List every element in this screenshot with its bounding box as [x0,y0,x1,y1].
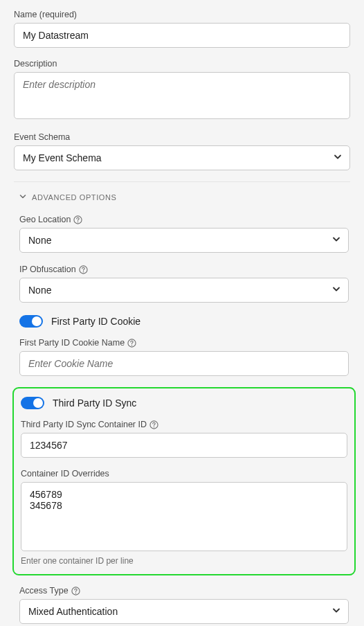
access-type-label: Access Type [19,586,69,596]
svg-point-1 [78,221,78,222]
ip-obfuscation-select[interactable]: None [19,278,349,303]
divider [14,181,350,182]
description-label: Description [14,59,350,69]
geo-location-label: Geo Location [19,215,71,224]
svg-point-9 [75,592,75,593]
chevron-down-icon [19,193,26,202]
help-icon[interactable] [127,339,136,348]
advanced-options-toggle[interactable]: ADVANCED OPTIONS [14,193,350,202]
svg-point-5 [131,344,132,345]
third-party-sync-toggle[interactable] [21,397,44,409]
event-schema-select[interactable]: My Event Schema [14,145,350,170]
container-overrides-label: Container ID Overrides [21,469,347,479]
container-overrides-textarea[interactable] [21,482,347,551]
svg-point-3 [83,271,84,271]
container-id-label: Third Party ID Sync Container ID [21,420,147,429]
first-party-cookie-label: First Party ID Cookie [51,316,140,327]
name-input[interactable] [14,23,350,48]
geo-location-select[interactable]: None [19,228,349,253]
first-party-cookie-toggle[interactable] [19,315,43,328]
svg-point-7 [154,426,154,427]
ip-obfuscation-label: IP Obfuscation [19,265,76,274]
description-textarea[interactable] [14,72,350,119]
event-schema-label: Event Schema [14,132,350,142]
help-icon[interactable] [71,587,80,596]
help-icon[interactable] [149,420,158,429]
third-party-sync-section: Third Party ID Sync Third Party ID Sync … [12,387,356,575]
first-party-cookie-name-label: First Party ID Cookie Name [19,338,125,348]
first-party-cookie-name-input[interactable] [19,351,349,376]
help-icon[interactable] [73,215,82,224]
third-party-sync-label: Third Party ID Sync [53,397,136,409]
container-id-input[interactable] [21,433,347,458]
advanced-options-label: ADVANCED OPTIONS [32,193,116,202]
help-icon[interactable] [79,265,88,274]
name-label: Name (required) [14,10,350,19]
access-type-select[interactable]: Mixed Authentication [19,599,349,624]
container-overrides-help: Enter one container ID per line [21,556,347,566]
